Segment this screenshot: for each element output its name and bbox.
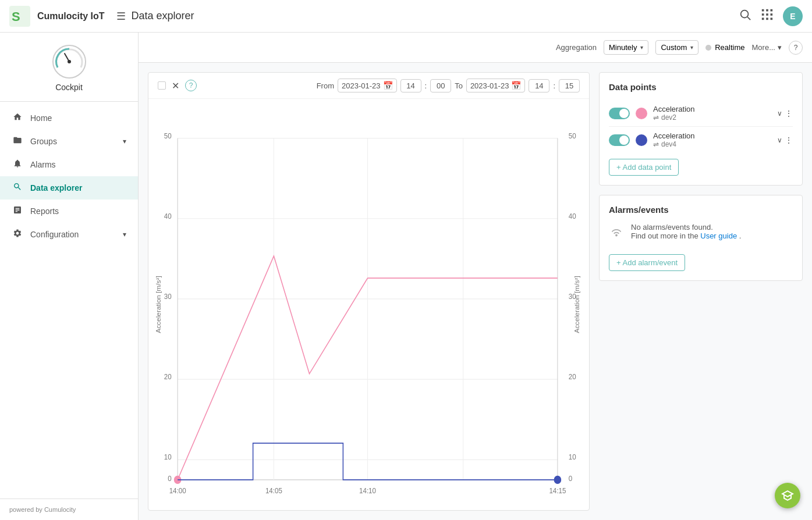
dp2-more-icon[interactable]: ⋮ (785, 136, 793, 145)
toggle-dp2[interactable] (609, 134, 630, 146)
data-points-section: Data points Acceleration ⇌ dev2 (599, 72, 803, 186)
sidebar-item-reports[interactable]: Reports (0, 200, 138, 223)
reports-icon (12, 205, 23, 217)
user-guide-link[interactable]: User guide (700, 231, 737, 240)
no-alarms-main-text: No alarms/events found. (631, 223, 741, 231)
no-alarms-text: No alarms/events found. Find out more in… (631, 223, 741, 240)
hamburger-icon[interactable]: ☰ (116, 10, 126, 23)
chart-section: ✕ ? From 2023-01-23 📅 14 : 00 To 2023 (139, 63, 812, 520)
more-button[interactable]: More... ▾ (752, 43, 782, 52)
brand-logo: S (9, 6, 30, 27)
time-separator-2: : (553, 81, 555, 90)
chart-container: ✕ ? From 2023-01-23 📅 14 : 00 To 2023 (148, 72, 590, 511)
no-alarms-guide: Find out more in the User guide . (631, 231, 741, 240)
data-point-item-2: Acceleration ⇌ dev4 ∨ ⋮ (609, 127, 793, 153)
svg-point-2 (741, 10, 749, 18)
header-actions: E (739, 6, 803, 26)
dp1-chevron-icon[interactable]: ∨ (777, 109, 782, 117)
calendar-icon-2: 📅 (511, 81, 521, 90)
svg-rect-5 (766, 9, 768, 12)
search-icon[interactable] (739, 8, 751, 24)
no-alarms-message: No alarms/events found. Find out more in… (609, 223, 793, 243)
chart-help-icon[interactable]: ? (185, 80, 197, 91)
data-explorer-icon (12, 182, 23, 194)
groups-icon (12, 136, 23, 147)
dp2-chevron-icon[interactable]: ∨ (777, 136, 782, 144)
dp1-device: ⇌ dev2 (653, 113, 771, 122)
home-icon (12, 112, 23, 124)
sidebar-item-alarms[interactable]: Alarms (0, 153, 138, 176)
cockpit-gauge-icon (52, 44, 87, 79)
svg-text:14:05: 14:05 (265, 486, 282, 495)
sidebar-item-groups-label: Groups (30, 137, 57, 146)
aggregation-select[interactable]: Minutely ▾ (604, 40, 648, 55)
user-avatar[interactable]: E (783, 6, 803, 26)
from-date-input[interactable]: 2023-01-23 📅 (338, 79, 397, 92)
svg-rect-10 (762, 18, 764, 20)
toolbar: Aggregation Minutely ▾ Custom ▾ Realtime… (139, 33, 812, 63)
svg-text:10: 10 (569, 453, 576, 462)
sidebar-item-groups[interactable]: Groups ▾ (0, 130, 138, 153)
more-chevron-icon: ▾ (778, 43, 782, 52)
chart-svg-wrapper: 50 40 30 20 10 0 50 40 30 20 10 0 (148, 99, 589, 510)
data-point-item-1: Acceleration ⇌ dev2 ∨ ⋮ (609, 100, 793, 127)
svg-text:14:15: 14:15 (549, 486, 566, 495)
add-alarm-event-button[interactable]: + Add alarm/event (609, 254, 685, 271)
aggregation-value: Minutely (609, 43, 637, 52)
main-layout: Cockpit Home Groups ▾ Alarms (0, 33, 812, 520)
realtime-dot (705, 45, 711, 51)
radio-wave-icon (609, 224, 624, 243)
toggle-knob-dp2 (619, 136, 629, 145)
svg-rect-4 (762, 9, 764, 12)
to-hour-input[interactable]: 14 (529, 79, 549, 92)
date-range: From 2023-01-23 📅 14 : 00 To 2023-01-23 … (317, 79, 580, 92)
custom-select[interactable]: Custom ▾ (655, 40, 698, 55)
svg-text:40: 40 (164, 212, 172, 220)
svg-text:50: 50 (569, 131, 576, 140)
aggregation-chevron-icon: ▾ (640, 44, 643, 51)
help-icon[interactable]: ? (789, 41, 803, 55)
svg-rect-9 (771, 13, 773, 16)
dp1-more-icon[interactable]: ⋮ (785, 109, 793, 118)
aggregation-label: Aggregation (556, 43, 597, 52)
more-label: More... (752, 43, 775, 52)
chart-checkbox[interactable] (158, 81, 166, 90)
dp1-actions: ∨ ⋮ (777, 109, 793, 118)
sidebar-cockpit: Cockpit (0, 33, 138, 102)
filter-icon-dp1: ⇌ (653, 113, 659, 122)
to-min-input[interactable]: 15 (559, 79, 580, 92)
filter-icon-dp2: ⇌ (653, 140, 659, 148)
svg-text:20: 20 (569, 373, 576, 382)
from-min-input[interactable]: 00 (430, 79, 451, 92)
custom-label: Custom (661, 43, 687, 52)
chart-time-icon[interactable]: ✕ (172, 80, 179, 91)
sidebar: Cockpit Home Groups ▾ Alarms (0, 33, 139, 520)
svg-text:20: 20 (164, 373, 172, 382)
floating-help-button[interactable] (775, 483, 800, 508)
svg-point-47 (616, 234, 617, 236)
sidebar-item-home[interactable]: Home (0, 106, 138, 130)
sidebar-item-home-label: Home (30, 113, 52, 123)
chart-svg: 50 40 30 20 10 0 50 40 30 20 10 0 (153, 104, 582, 505)
time-separator-1: : (425, 81, 427, 90)
sidebar-item-configuration[interactable]: Configuration ▾ (0, 223, 138, 246)
realtime-toggle[interactable]: Realtime (705, 43, 744, 52)
grid-icon[interactable] (761, 8, 774, 24)
to-label: To (455, 81, 463, 90)
svg-line-15 (65, 54, 69, 62)
from-hour-input[interactable]: 14 (400, 79, 421, 92)
toggle-dp1[interactable] (609, 108, 630, 119)
dp1-info: Acceleration ⇌ dev2 (653, 105, 771, 122)
to-date-input[interactable]: 2023-01-23 📅 (466, 79, 526, 92)
svg-rect-6 (771, 9, 773, 12)
add-data-point-button[interactable]: + Add data point (609, 159, 679, 176)
dp2-info: Acceleration ⇌ dev4 (653, 131, 771, 148)
chart-toolbar: ✕ ? From 2023-01-23 📅 14 : 00 To 2023 (148, 73, 589, 99)
alarms-events-title: Alarms/events (609, 205, 793, 215)
page-title: Data explorer (132, 10, 194, 22)
dp2-name: Acceleration (653, 131, 771, 140)
svg-rect-8 (766, 13, 768, 16)
svg-text:0: 0 (569, 475, 573, 483)
sidebar-item-data-explorer[interactable]: Data explorer (0, 176, 138, 200)
svg-rect-7 (762, 13, 764, 16)
